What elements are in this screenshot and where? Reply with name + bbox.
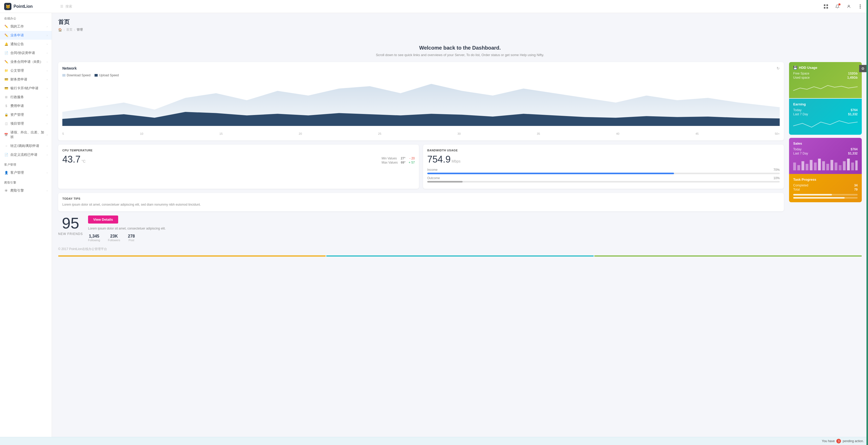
sidebar-item-finance[interactable]: 💳 财务类申请 ›	[0, 75, 52, 84]
chevron-icon: ›	[47, 153, 48, 156]
task-card: Task Progress Completed 34 Total 79	[789, 174, 862, 202]
sidebar-item-customer[interactable]: 👤 客户管理 ›	[0, 168, 52, 177]
grid-view-button[interactable]	[822, 3, 830, 10]
pending-count: 3	[836, 439, 841, 443]
svg-rect-10	[793, 162, 796, 170]
refresh-button[interactable]: ↻	[777, 66, 780, 70]
svg-rect-21	[839, 165, 841, 170]
sales-mini-chart	[793, 157, 858, 170]
task-bar2-fill	[793, 197, 845, 199]
sidebar-item-contract[interactable]: 📄 合同/协议类申请 ›	[0, 49, 52, 57]
notice-icon: 🔔	[4, 42, 8, 46]
sidebar-section-customer: 客户管理	[0, 159, 52, 168]
bandwidth-card: BANDWIDTH USAGE 754.9 Mbps Income 70%	[423, 145, 784, 189]
chevron-icon: ›	[47, 52, 48, 55]
bank-icon: 💳	[4, 86, 8, 90]
income-row: Income 70%	[427, 168, 780, 174]
income-bar-bg	[427, 173, 780, 174]
post-label: Post	[128, 239, 135, 242]
cpu-card: CPU TEMPERATURE 43.7 °C Min Values 27°	[58, 145, 419, 189]
hdd-used-row: Used space 1,45Gb	[793, 76, 858, 80]
contract-icon: 📄	[4, 51, 8, 55]
income-bar-fill	[427, 173, 674, 174]
sidebar-item-bank[interactable]: 💳 银行卡开/销户申请 ›	[0, 84, 52, 93]
breadcrumb: 🏠 › 首页 › 管理	[58, 28, 862, 32]
customer-icon: 👤	[4, 170, 8, 175]
svg-rect-14	[810, 160, 813, 170]
stats-row: 1,345 Following 23K Followers 278 Post	[88, 234, 784, 242]
sidebar-item-bizapply[interactable]: ✏️ 业务申请 ›	[0, 31, 52, 40]
cpu-ranges: Min Values 27° - 20 Max Values 69° + 57	[381, 157, 415, 165]
friends-number: 95	[58, 216, 83, 231]
sidebar-item-transfer[interactable]: → 转正/调岗/离职申请 ›	[0, 141, 52, 150]
bottom-bar-teal	[326, 255, 594, 256]
sidebar-item-docmgmt[interactable]: 📁 公文管理 ›	[0, 66, 52, 75]
svg-rect-13	[806, 164, 808, 170]
hdd-mini-chart	[793, 82, 858, 95]
welcome-subtitle: Scroll down to see quick links and overv…	[58, 53, 862, 57]
svg-rect-0	[824, 4, 826, 6]
user-button[interactable]	[845, 3, 852, 10]
task-bar1-bg	[793, 194, 858, 195]
lorem-text: Lorem ipsum dolor sit amet, consectetuer…	[88, 226, 784, 231]
svg-rect-12	[802, 161, 804, 170]
svg-rect-11	[797, 165, 800, 170]
task-bar1-fill	[793, 194, 832, 195]
sidebar-item-assets[interactable]: 🔒 资产管理 ›	[0, 110, 52, 119]
earning-mini-chart	[793, 118, 858, 131]
project-icon: ◫	[4, 122, 8, 126]
footer: © 2017 PointLion在线办公管理平台	[58, 247, 784, 251]
more-button[interactable]	[857, 3, 864, 10]
sidebar-item-project[interactable]: ◫ 项目管理 ›	[0, 119, 52, 128]
svg-rect-17	[822, 161, 825, 170]
sidebar: 在线办公 ✏️ 我的工作 › ✏️ 业务申请 › 🔔 通知公告	[0, 13, 52, 437]
sidebar-item-notice[interactable]: 🔔 通知公告 ›	[0, 40, 52, 49]
sidebar-item-crawler[interactable]: 🕷 爬取引擎 ›	[0, 186, 52, 195]
view-details-button[interactable]: View Details	[88, 216, 118, 224]
chevron-icon: ›	[47, 133, 48, 136]
sidebar-item-leave[interactable]: 📅 请假、外出、出差、加班 ›	[0, 128, 52, 141]
pending-bar: You have 3 pending action.	[0, 437, 868, 445]
assets-icon: 🔒	[4, 113, 8, 117]
home-icon: 🏠	[58, 28, 62, 32]
tips-label: TODAY TIPS	[62, 197, 780, 200]
svg-rect-15	[814, 162, 817, 170]
right-cards: 💾 HDD Usage Free Space 132Gb Used space …	[789, 62, 862, 251]
sidebar-item-admin[interactable]: ⊞ 行政服务 ›	[0, 93, 52, 101]
sidebar-item-expense[interactable]: $ 费用申请 ›	[0, 101, 52, 110]
right-scrollbar[interactable]	[866, 0, 868, 445]
sidebar-item-bizcontract[interactable]: ✏️ 业务合同申请（B类） ›	[0, 57, 52, 66]
friends-section: 95 NEW FRIENDS View Details Lorem ipsum …	[58, 216, 784, 242]
notification-button[interactable]	[834, 3, 841, 10]
followers-num: 23K	[108, 234, 120, 239]
bottom-progress-bars	[58, 255, 862, 256]
network-title: Network	[62, 66, 76, 70]
bandwidth-progress: Income 70% Outcome	[427, 168, 780, 183]
chevron-icon: ›	[47, 122, 48, 125]
search-icon: ☰	[60, 4, 63, 8]
svg-rect-1	[827, 4, 828, 6]
following-label: Following	[88, 239, 100, 242]
tips-card: TODAY TIPS Lorem ipsum dolor sit amet, c…	[58, 193, 784, 211]
bizcontract-icon: ✏️	[4, 60, 8, 64]
outcome-bar-bg	[427, 181, 780, 183]
main-content: 首页 🏠 › 首页 › 管理 Welcome back to the Dashb…	[52, 13, 868, 437]
cpu-temp: 43.7	[62, 154, 81, 165]
sidebar-item-mywork[interactable]: ✏️ 我的工作 ›	[0, 22, 52, 31]
chevron-icon: ›	[47, 189, 48, 192]
chart-x-labels: 5 10 15 20 25 30 35 40 45 50+	[62, 131, 780, 136]
chevron-icon: ›	[47, 43, 48, 46]
bw-value: 754.9	[427, 154, 451, 165]
legend-download-dot	[62, 74, 65, 76]
sidebar-item-custom[interactable]: 📄 自定义流程已申请 ›	[0, 150, 52, 159]
breadcrumb-home[interactable]: 首页	[66, 28, 72, 32]
search-placeholder[interactable]: 搜索	[65, 4, 72, 9]
chevron-icon: ›	[47, 34, 48, 37]
svg-point-5	[860, 4, 861, 5]
network-chart	[62, 79, 780, 131]
chevron-icon: ›	[47, 87, 48, 90]
settings-cog-button[interactable]: ⚙	[859, 65, 866, 72]
svg-rect-25	[855, 160, 858, 170]
svg-rect-22	[843, 161, 846, 170]
bizapply-icon: ✏️	[4, 33, 8, 37]
